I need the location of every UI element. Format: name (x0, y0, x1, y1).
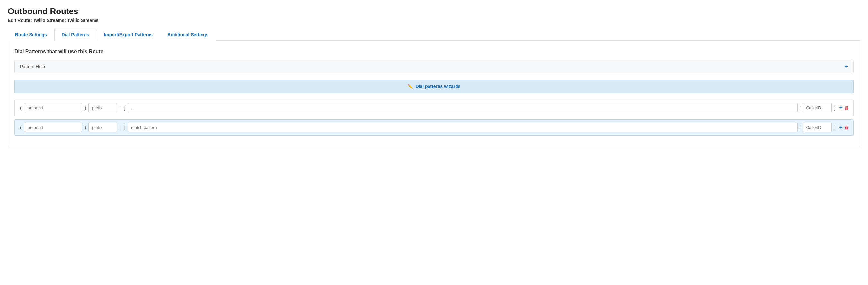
main-panel: Dial Patterns that will use this Route P… (8, 41, 860, 147)
row-actions-2: + 🗑 (839, 124, 849, 131)
open-sq-2: [ (123, 125, 126, 130)
close-paren-2: ) (83, 125, 88, 130)
close-sq-2: ] (833, 125, 837, 130)
delete-row-button-2[interactable]: 🗑 (844, 125, 849, 130)
close-paren-1: ) (83, 105, 88, 110)
tab-dial-patterns[interactable]: Dial Patterns (54, 29, 97, 41)
match-input-2[interactable] (128, 123, 798, 132)
dial-row: ( ) | [ / ] + 🗑 (14, 100, 854, 116)
delete-row-button-1[interactable]: 🗑 (844, 105, 849, 110)
close-sq-1: ] (833, 105, 837, 110)
callerid-input-1[interactable] (803, 103, 832, 113)
pattern-help-expand-icon[interactable]: + (844, 63, 848, 70)
open-paren-1: ( (19, 105, 23, 110)
wizard-label: Dial patterns wizards (415, 84, 460, 89)
pipe-sep-2: | (119, 125, 121, 130)
pipe-sep-1: | (119, 105, 121, 110)
tab-route-settings[interactable]: Route Settings (8, 29, 54, 41)
tab-bar: Route Settings Dial Patterns Import/Expo… (8, 28, 860, 41)
prefix-input-2[interactable] (88, 123, 117, 132)
add-row-button-1[interactable]: + (839, 104, 843, 111)
dial-patterns-wizard-bar[interactable]: ✏️ Dial patterns wizards (14, 80, 854, 93)
slash-2: / (799, 125, 802, 130)
add-row-button-2[interactable]: + (839, 124, 843, 131)
page-title: Outbound Routes (8, 6, 860, 17)
tab-additional-settings[interactable]: Additional Settings (160, 29, 216, 41)
section-title: Dial Patterns that will use this Route (14, 49, 854, 55)
prefix-input-1[interactable] (88, 103, 117, 113)
row-actions-1: + 🗑 (839, 104, 849, 111)
prepend-input-1[interactable] (24, 103, 82, 113)
dial-row: ( ) | [ / ] + 🗑 (14, 119, 854, 135)
slash-1: / (799, 105, 802, 110)
page-subtitle: Edit Route: Twilio Streams: Twilio Strea… (8, 18, 860, 23)
pencil-icon: ✏️ (407, 84, 413, 89)
open-sq-1: [ (123, 105, 126, 110)
match-input-1[interactable] (128, 103, 798, 113)
tab-import-export[interactable]: Import/Export Patterns (96, 29, 160, 41)
open-paren-2: ( (19, 125, 23, 130)
prepend-input-2[interactable] (24, 123, 82, 132)
pattern-help-bar: Pattern Help + (14, 60, 854, 73)
callerid-input-2[interactable] (803, 123, 832, 132)
pattern-help-label: Pattern Help (20, 64, 45, 69)
